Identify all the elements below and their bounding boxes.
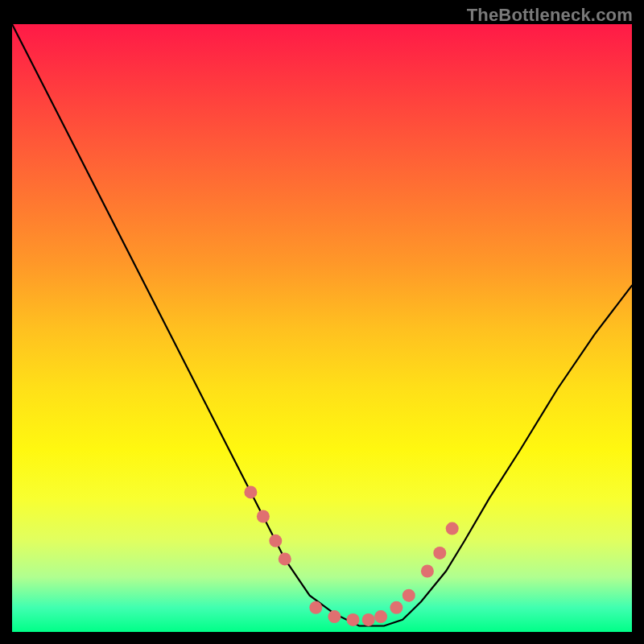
highlight-dot	[347, 613, 360, 626]
highlight-dot	[279, 552, 291, 565]
highlight-dot	[402, 589, 415, 602]
highlight-dot	[257, 510, 270, 523]
highlight-dot	[374, 610, 387, 623]
highlight-dot	[328, 610, 341, 623]
highlight-dot	[446, 522, 459, 535]
highlight-dot	[433, 547, 446, 559]
highlight-dots	[244, 485, 458, 626]
curve-layer	[12, 24, 632, 632]
plot-area	[12, 24, 632, 632]
highlight-dot	[421, 565, 434, 578]
highlight-dot	[269, 535, 282, 547]
highlight-dot	[362, 613, 375, 626]
chart-frame: TheBottleneck.com	[0, 0, 644, 644]
watermark-text: TheBottleneck.com	[467, 5, 633, 26]
highlight-dot	[309, 601, 322, 614]
highlight-dot	[244, 485, 257, 498]
highlight-dot	[390, 601, 402, 614]
bottleneck-curve	[12, 24, 632, 626]
